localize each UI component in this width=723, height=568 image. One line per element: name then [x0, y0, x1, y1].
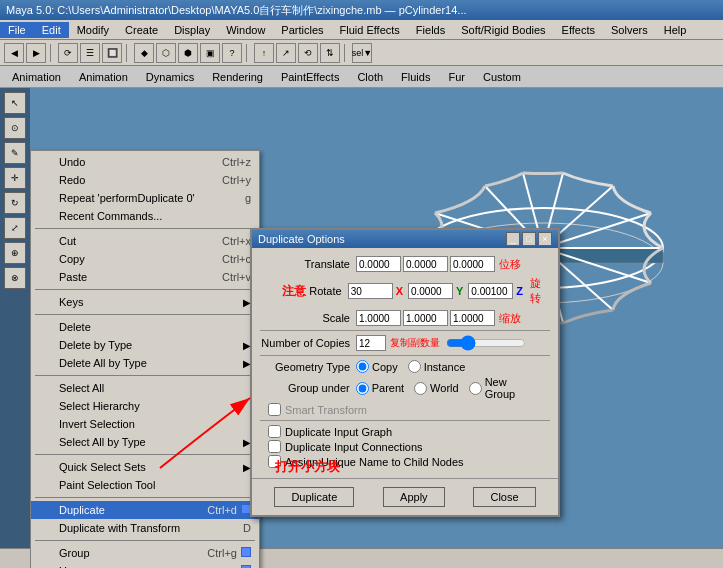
left-btn-scale[interactable]: ⤢: [4, 217, 26, 239]
menu-ungroup[interactable]: Ungroup: [31, 562, 259, 568]
left-btn-rotate[interactable]: ↻: [4, 192, 26, 214]
menu-edit[interactable]: Edit: [34, 22, 69, 38]
left-btn-paint[interactable]: ✎: [4, 142, 26, 164]
rotate-x-input[interactable]: [348, 283, 393, 299]
menu-recent-commands[interactable]: Recent Commands...: [31, 207, 259, 225]
tab-dynamics[interactable]: Dynamics: [138, 69, 202, 85]
toolbar-btn-4[interactable]: ☰: [80, 43, 100, 63]
geometry-copy-radio[interactable]: Copy: [356, 360, 398, 373]
rotate-z-input[interactable]: [468, 283, 513, 299]
group-parent-radio[interactable]: Parent: [356, 382, 404, 395]
toolbar-btn-15[interactable]: sel▼: [352, 43, 372, 63]
menu-duplicate-with-transform[interactable]: Duplicate with Transform D: [31, 519, 259, 537]
toolbar-btn-2[interactable]: ▶: [26, 43, 46, 63]
menu-select-all-by-type[interactable]: Select All by Type ▶: [31, 433, 259, 451]
assign-unique-name-checkbox[interactable]: [268, 455, 281, 468]
menu-paint-selection[interactable]: Paint Selection Tool: [31, 476, 259, 494]
menu-modify[interactable]: Modify: [69, 22, 117, 38]
translate-x-input[interactable]: [356, 256, 401, 272]
dialog-maximize-btn[interactable]: □: [522, 232, 536, 246]
menu-delete-by-type[interactable]: Delete by Type ▶: [31, 336, 259, 354]
toolbar-btn-12[interactable]: ↗: [276, 43, 296, 63]
group-new-group-input[interactable]: [469, 382, 482, 395]
menu-cut[interactable]: Cut Ctrl+x: [31, 232, 259, 250]
dup-input-connections-checkbox[interactable]: [268, 440, 281, 453]
group-new-group-radio[interactable]: New Group: [469, 376, 540, 400]
left-btn-lasso[interactable]: ⊙: [4, 117, 26, 139]
toolbar-btn-13[interactable]: ⟲: [298, 43, 318, 63]
menu-fields[interactable]: Fields: [408, 22, 453, 38]
menu-solvers[interactable]: Solvers: [603, 22, 656, 38]
group-world-input[interactable]: [414, 382, 427, 395]
dup-input-graph-checkbox[interactable]: [268, 425, 281, 438]
menu-display[interactable]: Display: [166, 22, 218, 38]
tab-cloth[interactable]: Cloth: [349, 69, 391, 85]
copies-slider[interactable]: [446, 335, 526, 351]
dialog-minimize-btn[interactable]: _: [506, 232, 520, 246]
menu-select-all[interactable]: Select All: [31, 379, 259, 397]
menu-effects[interactable]: Effects: [554, 22, 603, 38]
geometry-instance-radio[interactable]: Instance: [408, 360, 466, 373]
close-button[interactable]: Close: [473, 487, 535, 507]
toolbar-btn-14[interactable]: ⇅: [320, 43, 340, 63]
menu-paste[interactable]: Paste Ctrl+v: [31, 268, 259, 286]
menu-group[interactable]: Group Ctrl+g: [31, 544, 259, 562]
tab-fur[interactable]: Fur: [440, 69, 473, 85]
translate-y-input[interactable]: [403, 256, 448, 272]
menu-redo[interactable]: Redo Ctrl+y: [31, 171, 259, 189]
canvas-area: Undo Ctrl+z Redo Ctrl+y Repeat 'performD…: [30, 88, 723, 568]
group-option-box[interactable]: [241, 547, 251, 559]
toolbar-btn-7[interactable]: ⬡: [156, 43, 176, 63]
menu-soft-rigid[interactable]: Soft/Rigid Bodies: [453, 22, 553, 38]
toolbar-btn-1[interactable]: ◀: [4, 43, 24, 63]
copies-input[interactable]: [356, 335, 386, 351]
group-parent-input[interactable]: [356, 382, 369, 395]
scale-z-input[interactable]: [450, 310, 495, 326]
tab-custom[interactable]: Custom: [475, 69, 529, 85]
menu-quick-select-sets[interactable]: Quick Select Sets ▶: [31, 458, 259, 476]
translate-z-input[interactable]: [450, 256, 495, 272]
menu-help[interactable]: Help: [656, 22, 695, 38]
tab-rendering[interactable]: Rendering: [204, 69, 271, 85]
toolbar-btn-5[interactable]: 🔲: [102, 43, 122, 63]
group-world-radio[interactable]: World: [414, 382, 459, 395]
duplicate-button[interactable]: Duplicate: [274, 487, 354, 507]
toolbar-btn-9[interactable]: ▣: [200, 43, 220, 63]
menu-fluid-effects[interactable]: Fluid Effects: [332, 22, 408, 38]
toolbar-btn-10[interactable]: ?: [222, 43, 242, 63]
scale-x-input[interactable]: [356, 310, 401, 326]
menu-delete-all-by-type[interactable]: Delete All by Type ▶: [31, 354, 259, 372]
smart-transform-checkbox[interactable]: [268, 403, 281, 416]
dialog-close-btn[interactable]: ×: [538, 232, 552, 246]
menu-invert-selection[interactable]: Invert Selection: [31, 415, 259, 433]
tab-paint-effects[interactable]: PaintEffects: [273, 69, 348, 85]
toolbar-btn-11[interactable]: ↑: [254, 43, 274, 63]
scale-y-input[interactable]: [403, 310, 448, 326]
menu-particles[interactable]: Particles: [273, 22, 331, 38]
menu-repeat[interactable]: Repeat 'performDuplicate 0' g: [31, 189, 259, 207]
rotate-y-input[interactable]: [408, 283, 453, 299]
geometry-instance-input[interactable]: [408, 360, 421, 373]
toolbar-btn-3[interactable]: ⟳: [58, 43, 78, 63]
menu-keys[interactable]: Keys ▶: [31, 293, 259, 311]
menu-delete[interactable]: Delete: [31, 318, 259, 336]
menu-select-hierarchy[interactable]: Select Hierarchy: [31, 397, 259, 415]
left-btn-select[interactable]: ↖: [4, 92, 26, 114]
menu-duplicate[interactable]: Duplicate Ctrl+d: [31, 501, 259, 519]
toolbar-sep-1: [50, 44, 54, 62]
menu-copy[interactable]: Copy Ctrl+c: [31, 250, 259, 268]
tab-animation-1[interactable]: Animation: [4, 69, 69, 85]
menu-file[interactable]: File: [0, 22, 34, 38]
left-btn-snap[interactable]: ⊗: [4, 267, 26, 289]
toolbar-btn-6[interactable]: ◆: [134, 43, 154, 63]
menu-undo[interactable]: Undo Ctrl+z: [31, 153, 259, 171]
toolbar-btn-8[interactable]: ⬢: [178, 43, 198, 63]
geometry-copy-input[interactable]: [356, 360, 369, 373]
menu-create[interactable]: Create: [117, 22, 166, 38]
apply-button[interactable]: Apply: [383, 487, 445, 507]
menu-window[interactable]: Window: [218, 22, 273, 38]
left-btn-transform[interactable]: ⊕: [4, 242, 26, 264]
left-btn-move[interactable]: ✛: [4, 167, 26, 189]
tab-animation-2[interactable]: Animation: [71, 69, 136, 85]
tab-fluids[interactable]: Fluids: [393, 69, 438, 85]
